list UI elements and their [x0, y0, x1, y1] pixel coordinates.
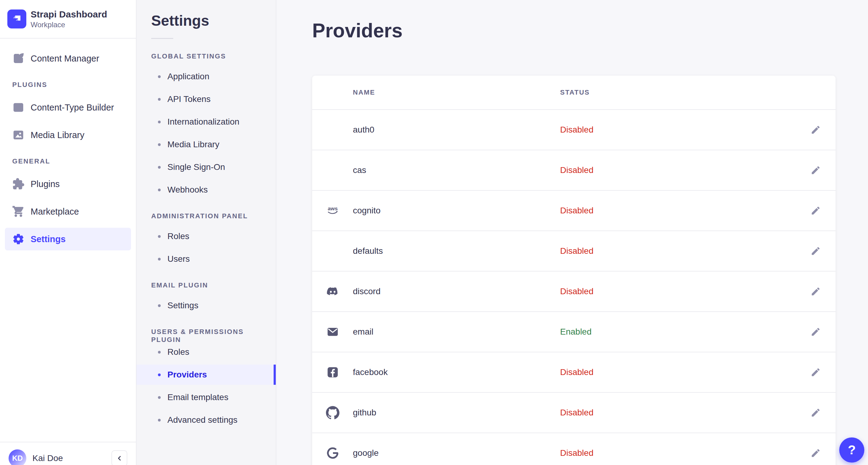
subnav-item-label: Roles	[167, 347, 189, 357]
provider-name: github	[353, 393, 560, 433]
sidebar-item-content-type-builder[interactable]: Content-Type Builder	[5, 96, 131, 119]
status-badge: Disabled	[560, 246, 593, 256]
table-row: auth0 Disabled	[312, 110, 836, 150]
column-header-status: STATUS	[560, 75, 796, 110]
status-badge: Disabled	[560, 165, 593, 175]
provider-name: cognito	[353, 190, 560, 231]
edit-provider-button[interactable]	[809, 284, 823, 299]
subnav-item-label: API Tokens	[167, 94, 211, 104]
sidebar-item-label: Content-Type Builder	[31, 102, 114, 113]
bullet-icon	[158, 121, 161, 123]
subnav-item-media-library[interactable]: Media Library	[151, 135, 276, 153]
edit-provider-button[interactable]	[809, 446, 823, 460]
subnav-section-administration-panel: ADMINISTRATION PANEL	[151, 212, 276, 221]
pencil-icon	[810, 125, 821, 135]
subnav-section-email-plugin: EMAIL PLUGIN	[151, 281, 276, 290]
subnav-item-internationalization[interactable]: Internationalization	[151, 113, 276, 131]
provider-name: google	[353, 433, 560, 465]
subnav-item-single-sign-on[interactable]: Single Sign-On	[151, 158, 276, 176]
sidebar-item-marketplace[interactable]: Marketplace	[5, 200, 131, 223]
edit-provider-button[interactable]	[809, 244, 823, 258]
settings-subnav: Settings GLOBAL SETTINGS Application API…	[136, 0, 276, 465]
subnav-title-divider	[151, 38, 173, 39]
workspace-header[interactable]: Strapi Dashboard Workplace	[0, 0, 136, 38]
edit-provider-button[interactable]	[809, 204, 823, 218]
edit-provider-button[interactable]	[809, 406, 823, 420]
sidebar-section-plugins: PLUGINS	[5, 81, 131, 89]
bullet-icon	[158, 235, 161, 238]
subnav-item-label: Settings	[167, 301, 198, 310]
provider-name: cas	[353, 150, 560, 190]
pencil-icon	[810, 407, 821, 418]
strapi-logo-icon	[7, 9, 26, 28]
sidebar-item-label: Plugins	[31, 179, 60, 189]
user-name: Kai Doe	[32, 453, 63, 463]
column-header-name: NAME	[353, 75, 560, 110]
subnav-item-api-tokens[interactable]: API Tokens	[151, 90, 276, 108]
bullet-icon	[158, 419, 161, 422]
subnav-item-application[interactable]: Application	[151, 68, 276, 85]
discord-icon	[326, 285, 339, 298]
subnav-item-users[interactable]: Users	[151, 250, 276, 268]
gear-icon	[12, 233, 25, 245]
pencil-icon	[810, 367, 821, 377]
provider-name: auth0	[353, 110, 560, 150]
status-badge: Disabled	[560, 408, 593, 417]
image-icon	[12, 129, 25, 141]
status-badge: Disabled	[560, 206, 593, 215]
bullet-icon	[158, 98, 161, 101]
edit-provider-button[interactable]	[809, 365, 823, 379]
subnav-item-providers[interactable]: Providers	[136, 365, 276, 385]
edit-provider-button[interactable]	[809, 325, 823, 339]
cart-icon	[12, 206, 25, 218]
github-icon	[326, 406, 339, 420]
envelope-icon	[326, 326, 339, 338]
help-button[interactable]: ?	[839, 437, 864, 463]
layout-icon	[12, 101, 25, 114]
subnav-item-label: Application	[167, 72, 209, 82]
subnav-item-webhooks[interactable]: Webhooks	[151, 181, 276, 199]
bullet-icon	[158, 143, 161, 146]
sidebar-item-label: Settings	[31, 234, 65, 244]
subnav-item-roles-up[interactable]: Roles	[151, 343, 276, 361]
subnav-item-label: Email templates	[167, 393, 228, 402]
status-badge: Disabled	[560, 286, 593, 296]
subnav-title: Settings	[151, 12, 276, 29]
table-row: discord Disabled	[312, 271, 836, 312]
sidebar-item-media-library[interactable]: Media Library	[5, 124, 131, 146]
main-content: Providers NAME STATUS auth0 Disabled	[276, 0, 868, 465]
subnav-item-email-settings[interactable]: Settings	[151, 297, 276, 314]
subnav-item-label: Providers	[167, 370, 207, 380]
sidebar-item-content-manager[interactable]: Content Manager	[5, 47, 131, 70]
provider-name: email	[353, 312, 560, 352]
bullet-icon	[158, 166, 161, 169]
subnav-item-roles-admin[interactable]: Roles	[151, 227, 276, 245]
bullet-icon	[158, 373, 161, 376]
bullet-icon	[158, 189, 161, 191]
bullet-icon	[158, 75, 161, 78]
subnav-item-advanced-settings[interactable]: Advanced settings	[151, 411, 276, 429]
edit-provider-button[interactable]	[809, 123, 823, 137]
pencil-icon	[810, 448, 821, 458]
avatar[interactable]: KD	[8, 450, 26, 465]
google-icon	[326, 446, 339, 460]
content-manager-icon	[12, 52, 25, 65]
bullet-icon	[158, 351, 161, 353]
subnav-item-label: Single Sign-On	[167, 162, 225, 172]
edit-provider-button[interactable]	[809, 163, 823, 177]
sidebar-item-plugins[interactable]: Plugins	[5, 173, 131, 195]
subnav-item-label: Media Library	[167, 140, 219, 149]
puzzle-icon	[12, 178, 25, 190]
providers-table: NAME STATUS auth0 Disabled cas D	[312, 75, 836, 465]
facebook-icon	[326, 366, 339, 379]
collapse-sidebar-button[interactable]	[112, 450, 127, 465]
aws-icon: aws	[326, 204, 340, 218]
subnav-item-email-templates[interactable]: Email templates	[151, 389, 276, 406]
provider-name: defaults	[353, 231, 560, 271]
status-badge: Disabled	[560, 125, 593, 134]
workspace-title: Strapi Dashboard	[31, 8, 107, 20]
table-row: cas Disabled	[312, 150, 836, 190]
sidebar-item-settings[interactable]: Settings	[5, 228, 131, 250]
pencil-icon	[810, 327, 821, 337]
provider-name: facebook	[353, 352, 560, 393]
